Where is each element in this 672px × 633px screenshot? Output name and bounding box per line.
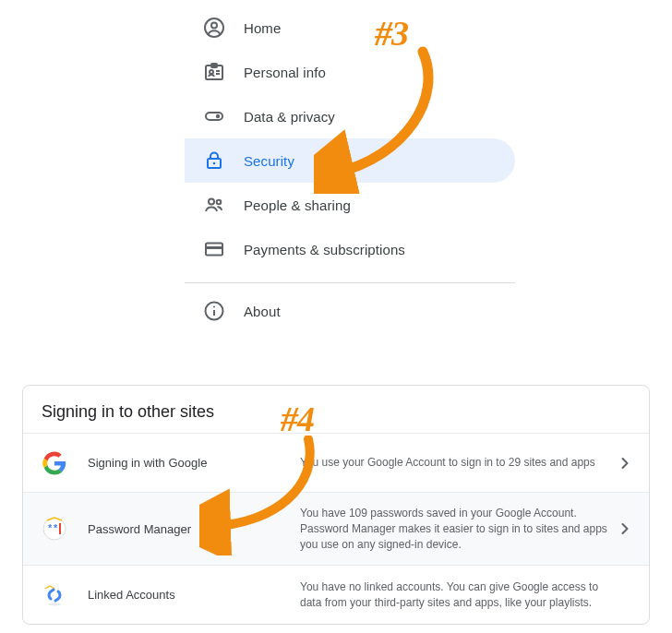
nav-divider <box>185 282 515 283</box>
row-description: You have 109 passwords saved in your Goo… <box>300 506 614 552</box>
row-description: You use your Google Account to sign in t… <box>300 455 614 471</box>
svg-point-8 <box>216 114 220 118</box>
sidebar-item-label: People & sharing <box>244 197 351 213</box>
sidebar-item-label: About <box>244 304 281 319</box>
chevron-right-icon <box>614 520 636 538</box>
svg-point-17 <box>213 306 215 308</box>
sidebar-item-label: Personal info <box>244 65 326 80</box>
card-title: Signing in to other sites <box>23 386 649 433</box>
info-icon <box>203 300 225 322</box>
sidebar-item-personal-info[interactable]: Personal info <box>185 50 515 94</box>
svg-text:*: * <box>54 522 58 533</box>
link-icon <box>42 582 67 608</box>
sidebar-item-label: Payments & subscriptions <box>244 242 405 257</box>
chevron-right-icon <box>614 454 636 472</box>
svg-point-22 <box>48 603 61 605</box>
password-key-icon: * * <box>42 516 67 542</box>
account-circle-icon <box>203 17 225 39</box>
account-nav: Home Personal info Data & privacy <box>185 0 515 350</box>
svg-rect-7 <box>206 113 222 120</box>
sidebar-item-security[interactable]: Security <box>185 138 515 183</box>
row-label: Signing in with Google <box>88 456 300 470</box>
svg-text:*: * <box>48 522 53 533</box>
credit-card-icon <box>203 238 225 260</box>
sidebar-item-label: Security <box>244 153 294 169</box>
signing-in-other-sites-card: Signing in to other sites Signing in wit… <box>22 385 650 625</box>
sidebar-item-home[interactable]: Home <box>185 6 515 50</box>
svg-point-1 <box>211 23 217 29</box>
svg-rect-21 <box>59 523 61 534</box>
svg-point-11 <box>209 199 214 205</box>
row-label: Password Manager <box>88 522 300 536</box>
sidebar-item-label: Data & privacy <box>244 109 335 125</box>
row-description: You have no linked accounts. You can giv… <box>300 579 614 611</box>
sidebar-item-payments-subscriptions[interactable]: Payments & subscriptions <box>185 227 515 271</box>
row-label: Linked Accounts <box>88 588 300 602</box>
id-card-icon <box>203 61 225 83</box>
svg-point-4 <box>210 70 213 74</box>
svg-rect-14 <box>206 246 222 249</box>
sidebar-item-data-privacy[interactable]: Data & privacy <box>185 94 515 138</box>
row-signing-in-google[interactable]: Signing in with Google You use your Goog… <box>23 433 649 492</box>
sidebar-item-about[interactable]: About <box>185 289 515 333</box>
sidebar-item-people-sharing[interactable]: People & sharing <box>185 183 515 227</box>
svg-point-12 <box>217 200 222 205</box>
people-icon <box>203 194 225 216</box>
sidebar-item-label: Home <box>244 20 281 36</box>
toggle-icon <box>203 105 225 127</box>
svg-point-10 <box>213 162 216 165</box>
google-logo-icon <box>42 450 67 476</box>
row-linked-accounts[interactable]: Linked Accounts You have no linked accou… <box>23 565 649 624</box>
lock-icon <box>203 149 225 172</box>
row-password-manager[interactable]: * * Password Manager You have 109 passwo… <box>23 492 649 565</box>
